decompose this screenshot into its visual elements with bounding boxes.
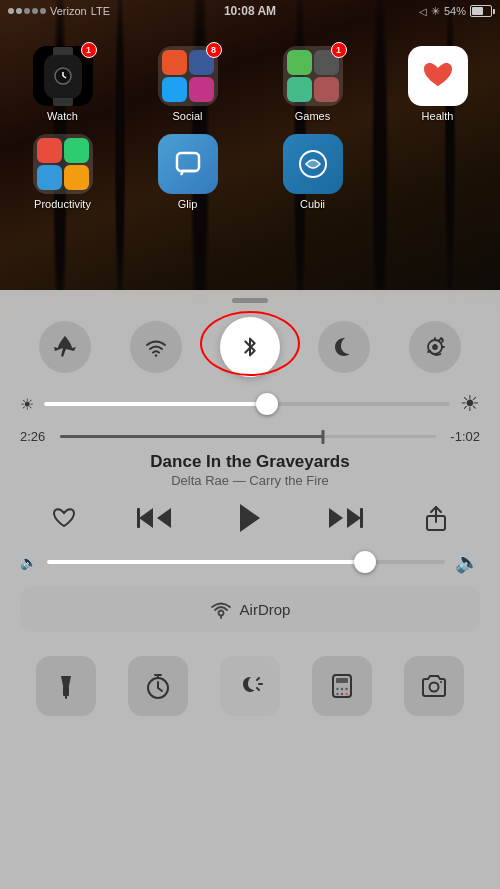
app-label-cubii: Cubii — [278, 198, 348, 210]
drag-handle[interactable] — [0, 290, 500, 307]
app-group-icon — [287, 50, 312, 75]
app-label-watch: Watch — [28, 110, 98, 122]
svg-point-32 — [336, 693, 338, 695]
svg-point-30 — [341, 688, 343, 690]
app-group-productivity[interactable] — [33, 134, 93, 194]
app-grid: 1 Watch 8 Social — [0, 30, 500, 226]
brightness-min-icon: ☀ — [20, 395, 34, 414]
volume-fill — [47, 560, 365, 564]
svg-marker-13 — [347, 508, 361, 528]
airdrop-section[interactable]: AirDrop — [20, 586, 480, 632]
track-info: Dance In the Graveyards Delta Rae — Carr… — [0, 446, 500, 490]
track-artist: Delta Rae — [171, 473, 229, 488]
app-cell-games[interactable]: 1 Games — [250, 40, 375, 128]
app-group-icon — [162, 50, 187, 75]
playback-progress-track[interactable] — [60, 435, 436, 438]
track-title: Dance In the Graveyards — [0, 452, 500, 472]
volume-thumb[interactable] — [354, 551, 376, 573]
app-label-productivity: Productivity — [28, 198, 98, 210]
do-not-disturb-button[interactable] — [318, 321, 370, 373]
signal-dot — [40, 8, 46, 14]
rotation-lock-button[interactable] — [409, 321, 461, 373]
airplane-mode-button[interactable] — [39, 321, 91, 373]
signal-dot — [24, 8, 30, 14]
battery-pct-label: 54% — [444, 5, 466, 17]
app-badge-social: 8 — [206, 42, 222, 58]
app-group-icon — [37, 165, 62, 190]
status-left: Verizon LTE — [8, 5, 110, 17]
svg-marker-9 — [157, 508, 171, 528]
app-group-icon — [287, 77, 312, 102]
app-group-icon — [64, 165, 89, 190]
svg-marker-12 — [329, 508, 343, 528]
track-album: Carry the Fire — [249, 473, 328, 488]
bluetooth-status-icon: ✳ — [431, 5, 440, 18]
svg-rect-28 — [336, 678, 348, 683]
app-label-glip: Glip — [153, 198, 223, 210]
svg-point-31 — [345, 688, 347, 690]
rewind-button[interactable] — [137, 504, 173, 532]
app-badge-watch: 1 — [81, 42, 97, 58]
volume-slider[interactable] — [47, 560, 445, 564]
progress-row: 2:26 -1:02 — [0, 421, 500, 446]
svg-rect-3 — [177, 153, 199, 171]
flashlight-button[interactable] — [36, 656, 96, 716]
timer-button[interactable] — [128, 656, 188, 716]
brightness-max-icon: ☀ — [460, 391, 480, 417]
app-label-games: Games — [278, 110, 348, 122]
brightness-fill — [44, 402, 267, 406]
app-cell-glip[interactable]: Glip — [125, 128, 250, 216]
app-cell-health[interactable]: Health — [375, 40, 500, 128]
app-cell-watch[interactable]: 1 Watch — [0, 40, 125, 128]
app-group-icon — [162, 77, 187, 102]
svg-line-24 — [257, 678, 259, 680]
app-cell-productivity[interactable]: Productivity — [0, 128, 125, 216]
brightness-thumb[interactable] — [256, 393, 278, 415]
svg-rect-19 — [63, 686, 69, 696]
svg-point-34 — [345, 693, 347, 695]
app-icon-cubii[interactable] — [283, 134, 343, 194]
brightness-slider[interactable] — [44, 402, 450, 406]
app-group-icon — [189, 77, 214, 102]
app-icon-health[interactable] — [408, 46, 468, 106]
play-button[interactable] — [232, 500, 268, 536]
svg-rect-10 — [137, 508, 140, 528]
wifi-button[interactable] — [130, 321, 182, 373]
battery-icon — [470, 5, 492, 17]
track-separator: — — [233, 473, 250, 488]
app-cell-cubii[interactable]: Cubii — [250, 128, 375, 216]
night-shift-button[interactable] — [220, 656, 280, 716]
track-artist-album: Delta Rae — Carry the Fire — [0, 473, 500, 488]
app-icon-glip[interactable] — [158, 134, 218, 194]
bluetooth-button[interactable] — [220, 317, 280, 377]
camera-button[interactable] — [404, 656, 464, 716]
progress-thumb[interactable] — [322, 430, 325, 444]
app-label-social: Social — [153, 110, 223, 122]
time-display: 10:08 AM — [224, 4, 276, 18]
svg-line-26 — [257, 688, 259, 690]
svg-marker-18 — [61, 676, 71, 686]
media-controls — [0, 490, 500, 546]
signal-dot — [16, 8, 22, 14]
app-badge-games: 1 — [331, 42, 347, 58]
svg-marker-8 — [139, 508, 153, 528]
status-right: ◁ ✳ 54% — [419, 5, 492, 18]
carrier-label: Verizon — [50, 5, 87, 17]
share-button[interactable] — [422, 504, 450, 532]
brightness-row: ☀ ☀ — [0, 387, 500, 421]
fast-forward-button[interactable] — [327, 504, 363, 532]
app-cell-social[interactable]: 8 Social — [125, 40, 250, 128]
svg-point-29 — [336, 688, 338, 690]
toggle-row — [0, 307, 500, 387]
app-group-icon — [64, 138, 89, 163]
status-bar: Verizon LTE 10:08 AM ◁ ✳ 54% — [0, 0, 500, 22]
elapsed-time: 2:26 — [20, 429, 52, 444]
svg-marker-11 — [240, 504, 260, 532]
calculator-button[interactable] — [312, 656, 372, 716]
drag-pill — [232, 298, 268, 303]
quick-controls-row — [0, 640, 500, 736]
remaining-time: -1:02 — [444, 429, 480, 444]
app-group-icon — [314, 77, 339, 102]
svg-point-7 — [433, 345, 437, 349]
like-button[interactable] — [50, 504, 78, 532]
